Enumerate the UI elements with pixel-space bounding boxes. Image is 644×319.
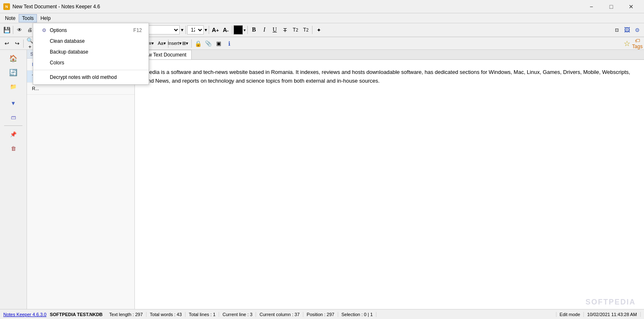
subscript-btn[interactable]: T2 [301,25,311,35]
font-dropdown-btn[interactable]: Aa▾ [157,39,167,49]
total-lines: Total lines : 1 [185,312,219,317]
menu-item-clean-database[interactable]: Clean database [33,36,149,47]
view-btn-1[interactable]: ⊡ [612,25,622,35]
tools-dropdown: ⚙ Options F12 Clean database Backup data… [33,23,149,85]
tags-btn[interactable]: 🏷 Tags [632,39,642,49]
underline-btn[interactable]: U [270,25,280,35]
special-btn[interactable]: ✦ [314,25,324,35]
current-line: Current line : 3 [219,312,256,317]
insert-table-btn[interactable]: ⊞▾ [180,39,190,49]
lock-btn[interactable]: 🔒 [193,39,203,49]
sidebar-home-btn[interactable]: 🏠 [3,52,23,65]
notes-panel: S... E... T... R... [27,50,135,310]
main-content: 🏠 🔄 📁 ▼ 🗃 📌 🗑 S... E... T... R... New Te… [0,50,644,310]
sidebar-trash-btn[interactable]: 🗑 [3,142,23,155]
italic-btn[interactable]: I [259,25,269,35]
menu-divider [33,70,149,70]
menu-help[interactable]: Help [37,14,54,22]
sidebar-sync-btn[interactable]: 🔄 [3,66,23,79]
separator-5 [185,26,186,34]
status-right: Edit mode 10/02/2021 11:43:28 AM [556,312,641,317]
menu-item-colors[interactable]: Colors [33,57,149,68]
current-column: Current column : 37 [256,312,303,317]
minimize-button[interactable]: − [582,0,601,13]
attach2-btn[interactable]: 📎 [203,39,213,49]
superscript-btn[interactable]: T2 [290,25,300,35]
editor-content: tpedia is a software and tech-news websi… [145,69,630,84]
app-version-link[interactable]: Notes Keeper 4.6.3.0 [3,312,50,317]
insert-btn[interactable]: Insert▾ [170,39,180,49]
separator-7 [232,26,232,34]
settings-right-btn[interactable]: ⚙ [632,25,642,35]
strikethrough-btn[interactable]: T̶ [280,25,290,35]
info-btn[interactable]: ℹ [224,39,234,49]
app-icon: N [3,3,10,10]
datetime: 10/02/2021 11:43:28 AM [584,312,641,317]
menu-item-decrypt-notes[interactable]: Decrypt notes with old method [33,72,149,83]
db-name: SOFTPEDIA TEST.NKDB [50,312,106,317]
window-controls: − □ ✕ [582,0,641,13]
position: Position : 297 [303,312,338,317]
separator-9 [312,26,312,34]
status-bar: Notes Keeper 4.6.3.0 SOFTPEDIA TEST.NKDB… [0,309,644,319]
selection: Selection : 0 | 1 [338,312,377,317]
menu-note[interactable]: Note [2,14,19,22]
close-button[interactable]: ✕ [622,0,641,13]
undo-btn[interactable]: ↩ [2,39,12,49]
menu-item-options[interactable]: ⚙ Options F12 [33,25,149,36]
sidebar-chevron-btn[interactable]: ▼ [3,96,23,110]
separator-6 [209,26,209,34]
sep-f1 [23,39,24,48]
shrink-font-btn[interactable]: A- [221,25,231,35]
left-sidebar: 🏠 🔄 📁 ▼ 🗃 📌 🗑 [0,50,27,310]
favorite-btn[interactable]: ☆ [622,39,632,49]
color-picker[interactable] [234,25,243,34]
menu-item-backup-database[interactable]: Backup database [33,47,149,57]
maximize-button[interactable]: □ [602,0,621,13]
total-words: Total words : 43 [146,312,185,317]
print-preview-btn[interactable]: 👁 [15,25,24,35]
sep-f6 [191,39,192,48]
menu-bar: Note Tools Help [0,13,644,23]
window-title: New Text Document - Notes Keeper 4.6 [12,4,582,10]
font-size-selector[interactable]: 12 [187,25,204,34]
editor-container: New Text Document tpedia is a software a… [135,50,644,310]
separator-1 [13,26,13,34]
sidebar-db-btn[interactable]: 🗃 [3,110,23,124]
text-length: Text length : 297 [106,312,146,317]
sidebar-notes-btn[interactable]: 📁 [3,80,23,93]
options-icon: ⚙ [40,27,48,33]
view-btn-2[interactable]: 🖼 [622,25,632,35]
redo-btn[interactable]: ↪ [12,39,22,49]
title-bar: N New Text Document - Notes Keeper 4.6 −… [0,0,644,13]
view3-btn[interactable]: ▣ [214,39,224,49]
options-shortcut: F12 [133,27,142,33]
sidebar-pin-btn[interactable]: 📌 [3,128,23,141]
editor-area[interactable]: tpedia is a software and tech-news websi… [135,60,644,310]
edit-mode: Edit mode [556,312,584,317]
menu-tools[interactable]: Tools [19,14,37,22]
grow-font-btn[interactable]: A+ [210,25,220,35]
separator-8 [247,26,248,34]
tab-bar: New Text Document [135,50,644,60]
bold-btn[interactable]: B [249,25,259,35]
save-btn[interactable]: 💾 [2,25,12,35]
